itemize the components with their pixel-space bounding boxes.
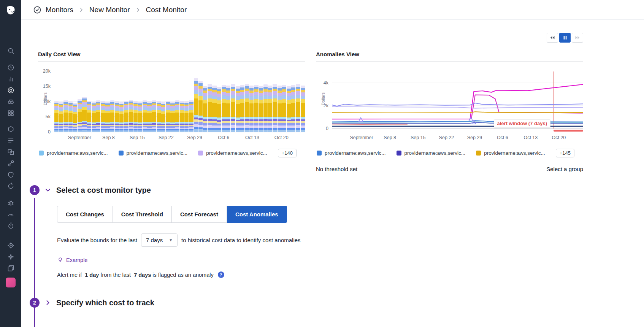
sidebar-item-timers[interactable]	[3, 220, 18, 231]
stacked-bar[interactable]	[194, 78, 198, 132]
chevron-down-icon[interactable]	[44, 186, 52, 194]
legend-item[interactable]: providername:aws,servic...	[198, 150, 267, 156]
breadcrumb-monitors[interactable]: Monitors	[46, 6, 73, 14]
stacked-bar[interactable]	[73, 103, 77, 132]
legend-more-badge[interactable]: +145	[556, 149, 574, 157]
pause-button[interactable]	[559, 33, 571, 43]
stacked-bar[interactable]	[133, 101, 138, 132]
stacked-bar[interactable]	[143, 100, 147, 132]
sidebar-item-service-map[interactable]	[3, 157, 18, 169]
stacked-bar[interactable]	[184, 102, 189, 132]
sidebar-item-dashboards[interactable]	[3, 73, 18, 84]
stacked-bar[interactable]	[301, 86, 305, 132]
legend-item[interactable]: providername:aws,servic...	[119, 150, 188, 156]
stacked-bar[interactable]	[78, 99, 82, 132]
sidebar-item-synthetics[interactable]	[3, 180, 18, 192]
fast-forward-button[interactable]	[572, 33, 583, 43]
stacked-bar[interactable]	[175, 100, 179, 132]
sidebar-item-deployments[interactable]	[3, 240, 18, 251]
stacked-bar[interactable]	[157, 101, 161, 132]
stacked-bar[interactable]	[101, 101, 105, 132]
stacked-bar[interactable]	[263, 84, 268, 132]
sidebar-item-search[interactable]	[3, 45, 18, 56]
stacked-bar[interactable]	[68, 102, 73, 132]
select-group-control[interactable]: Select a group	[546, 166, 583, 172]
stacked-bar[interactable]	[170, 102, 174, 132]
rewind-button[interactable]	[547, 33, 558, 43]
legend-item[interactable]: providername:aws,servic...	[397, 150, 466, 156]
datadog-logo-icon[interactable]	[5, 5, 16, 17]
stacked-bar[interactable]	[54, 101, 59, 132]
example-link[interactable]: Example	[57, 257, 87, 263]
help-question-icon[interactable]: ?	[218, 271, 224, 278]
stacked-bar[interactable]	[287, 86, 291, 132]
stacked-bar[interactable]	[96, 100, 100, 132]
tab-cost-forecast[interactable]: Cost Forecast	[172, 206, 227, 223]
sidebar-item-workspaces[interactable]	[3, 262, 18, 274]
stacked-bar[interactable]	[226, 86, 230, 132]
tab-cost-changes[interactable]: Cost Changes	[57, 206, 113, 223]
stacked-bar[interactable]	[147, 102, 151, 132]
sidebar-item-monitors[interactable]	[3, 84, 18, 96]
breadcrumb-new-monitor[interactable]: New Monitor	[89, 6, 130, 14]
stacked-bar[interactable]	[236, 86, 240, 132]
sidebar-item-metrics[interactable]	[3, 208, 18, 220]
tab-cost-anomalies[interactable]: Cost Anomalies	[227, 206, 287, 223]
stacked-bar[interactable]	[87, 101, 91, 132]
evaluate-window-dropdown[interactable]: 7 days ▼	[141, 233, 178, 247]
stacked-bar[interactable]	[180, 101, 184, 132]
sidebar-item-history[interactable]	[3, 62, 18, 73]
sidebar-item-ai-assistant[interactable]	[3, 251, 18, 262]
stacked-bar[interactable]	[59, 102, 63, 132]
chevron-right-icon[interactable]	[44, 299, 52, 306]
stacked-bar[interactable]	[273, 84, 277, 132]
legend-item[interactable]: providername:aws,servic...	[39, 150, 108, 156]
sidebar-item-error-tracking[interactable]	[3, 197, 18, 208]
alert-window-label: alert window (7 days)	[494, 119, 550, 127]
stacked-bar[interactable]	[198, 81, 203, 132]
stacked-bar[interactable]	[152, 100, 156, 132]
stacked-bar[interactable]	[240, 85, 244, 132]
stacked-bar[interactable]	[212, 86, 216, 132]
sidebar-item-security[interactable]	[3, 169, 18, 180]
sidebar-item-watchdog[interactable]	[3, 96, 18, 107]
step-1-header[interactable]: 1 Select a cost monitor type	[30, 185, 583, 195]
stacked-bar[interactable]	[245, 84, 249, 132]
sidebar-item-infrastructure[interactable]	[3, 123, 18, 135]
stacked-bar[interactable]	[110, 100, 114, 132]
legend-more-badge[interactable]: +140	[278, 149, 297, 157]
stacked-bar[interactable]	[119, 102, 124, 132]
tab-cost-threshold[interactable]: Cost Threshold	[113, 206, 172, 223]
sidebar-item-integrations[interactable]	[3, 107, 18, 119]
stacked-bar[interactable]	[63, 100, 68, 132]
stacked-bar[interactable]	[124, 101, 128, 132]
stacked-bar[interactable]	[268, 86, 272, 132]
stacked-bar[interactable]	[129, 100, 133, 132]
stacked-bar[interactable]	[115, 102, 119, 132]
stacked-bar[interactable]	[291, 85, 295, 132]
stacked-bar[interactable]	[208, 84, 212, 132]
stacked-bar[interactable]	[254, 85, 258, 132]
stacked-bar[interactable]	[217, 87, 221, 132]
stacked-bar[interactable]	[105, 102, 109, 132]
stacked-bar[interactable]	[161, 102, 165, 132]
stacked-bar[interactable]	[249, 86, 254, 132]
legend-item[interactable]: providername:aws,servic...	[476, 150, 545, 156]
sidebar-item-logs[interactable]	[3, 135, 18, 146]
stacked-bar[interactable]	[259, 86, 263, 132]
stacked-bar[interactable]	[82, 97, 86, 132]
legend-item[interactable]: providername:aws,servic...	[317, 150, 386, 156]
stacked-bar[interactable]	[296, 84, 300, 132]
stacked-bar[interactable]	[278, 86, 282, 132]
stacked-bar[interactable]	[231, 84, 235, 132]
stacked-bar[interactable]	[222, 85, 226, 132]
step-2-header[interactable]: 2 Specify which cost to track	[30, 298, 583, 308]
stacked-bar[interactable]	[203, 86, 207, 132]
stacked-bar[interactable]	[282, 85, 286, 132]
stacked-bar[interactable]	[166, 101, 170, 132]
stacked-bar[interactable]	[92, 102, 96, 132]
sidebar-item-apm[interactable]	[3, 146, 18, 157]
sidebar-item-user-avatar[interactable]	[6, 278, 16, 287]
stacked-bar[interactable]	[189, 100, 193, 132]
stacked-bar[interactable]	[138, 102, 142, 132]
